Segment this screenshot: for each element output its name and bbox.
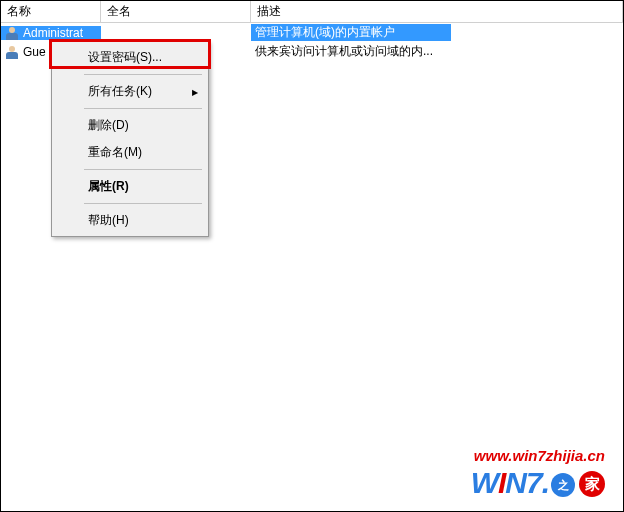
menu-item-all-tasks[interactable]: 所有任务(K) xyxy=(54,78,206,105)
column-headers: 名称 全名 描述 xyxy=(1,1,623,23)
user-description: 管理计算机(域)的内置帐户 xyxy=(251,24,451,41)
user-icon xyxy=(5,26,19,40)
user-name: Administrat xyxy=(23,26,83,40)
watermark-url: www.win7zhijia.cn xyxy=(471,447,605,464)
column-header-name[interactable]: 名称 xyxy=(1,1,101,22)
context-menu: 设置密码(S)... 所有任务(K) 删除(D) 重命名(M) 属性(R) 帮助… xyxy=(51,41,209,237)
watermark: www.win7zhijia.cn WIN7. 之 家 xyxy=(471,447,605,502)
menu-item-help[interactable]: 帮助(H) xyxy=(54,207,206,234)
watermark-w: W xyxy=(471,466,498,499)
menu-separator xyxy=(84,203,202,204)
watermark-jia-icon: 家 xyxy=(579,471,605,497)
user-description: 供来宾访问计算机或访问域的内... xyxy=(251,43,451,60)
menu-item-set-password[interactable]: 设置密码(S)... xyxy=(54,44,206,71)
menu-separator xyxy=(84,74,202,75)
watermark-7: 7. xyxy=(526,466,549,499)
column-header-description[interactable]: 描述 xyxy=(251,1,623,22)
user-row-administrator[interactable]: Administrat 管理计算机(域)的内置帐户 xyxy=(1,23,623,42)
menu-separator xyxy=(84,108,202,109)
menu-item-delete[interactable]: 删除(D) xyxy=(54,112,206,139)
watermark-logo: WIN7. 之 家 xyxy=(471,466,605,502)
menu-item-rename[interactable]: 重命名(M) xyxy=(54,139,206,166)
watermark-n: N xyxy=(505,466,526,499)
column-header-fullname[interactable]: 全名 xyxy=(101,1,251,22)
user-name: Gue xyxy=(23,45,46,59)
watermark-badge-icon: 之 xyxy=(551,473,575,497)
menu-item-properties[interactable]: 属性(R) xyxy=(54,173,206,200)
menu-separator xyxy=(84,169,202,170)
user-icon xyxy=(5,45,19,59)
